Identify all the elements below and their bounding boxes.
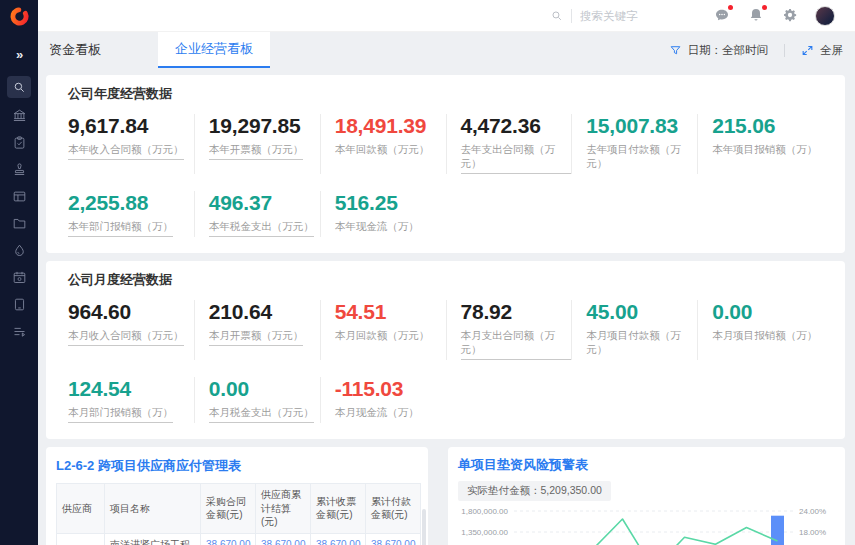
kpi-label[interactable]: 本年部门报销额（万） [68,220,173,237]
svg-text:1,350,000.00: 1,350,000.00 [461,528,508,537]
kpi-label[interactable]: 本月税金支出（万元） [209,406,314,423]
kpi-item: 516.25本年现金流（万） [320,191,446,237]
tabbar: 资金看板企业经营看板 日期：全部时间 全屏 [38,32,855,68]
fullscreen-icon[interactable] [801,44,814,57]
kpi-item: 18,491.39本年回款额（万元） [320,114,446,174]
message-icon[interactable] [714,7,731,24]
kpi-value: 18,491.39 [335,114,446,138]
kpi-item: 215.06本年项目报销额（万） [697,114,823,174]
kpi-item: 45.00本月项目付款额（万元） [571,300,697,360]
kpi-label[interactable]: 本月部门报销额（万） [68,406,173,423]
kpi-item: 210.64本月开票额（万元） [194,300,320,360]
gear-icon[interactable] [782,7,799,24]
svg-text:1,800,000.00: 1,800,000.00 [461,507,508,516]
risk-chart-title: 单项目垫资风险预警表 [458,456,835,474]
tab-fund-board[interactable]: 资金看板 [47,32,103,68]
svg-text:24.00%: 24.00% [799,507,826,516]
actual-advance-badge: 实际垫付金额：5,209,350.00 [458,481,611,501]
kpi-item: -115.03本月现金流（万） [320,377,446,423]
kpi-label[interactable]: 本月收入合同额（万元） [68,329,184,346]
tab-enterprise-board[interactable]: 企业经营看板 [158,32,270,68]
sidebar-nav: » [0,32,38,344]
search-input[interactable] [580,10,672,22]
kpi-value: 215.06 [712,114,823,138]
payable-table-card: L2-6-2 跨项目供应商应付管理表 供应商项目名称采购合同金额(元)供应商累计… [46,447,428,545]
sidebar-item-search[interactable] [0,74,38,99]
amount-cell[interactable]: 38,670.00 [201,533,256,545]
kpi-item: 0.00本月税金支出（万元） [194,377,320,423]
annual-card-title: 公司年度经营数据 [68,85,823,103]
kpi-label: 本月项目报销额（万） [712,329,817,343]
sidebar-item-drop[interactable] [0,238,38,263]
kpi-value: -115.03 [335,377,446,401]
kpi-label[interactable]: 本年收入合同额（万元） [68,143,184,160]
monthly-card-title: 公司月度经营数据 [68,271,823,289]
column-header: 供应商累计结算(元) [256,484,311,534]
kpi-value: 15,007.83 [586,114,697,138]
kpi-value: 19,297.85 [209,114,320,138]
filter-funnel-icon[interactable] [669,44,682,57]
sidebar-item-collapse[interactable]: » [0,40,38,68]
sidebar-item-idcard[interactable] [0,184,38,209]
kpi-item: 78.92本月支出合同额（万元） [446,300,572,360]
kpi-item: 0.00本月项目报销额（万） [697,300,823,360]
sidebar-item-calendar[interactable] [0,265,38,290]
stamp-icon [12,162,27,177]
kpi-label[interactable]: 本年税金支出（万元） [209,220,314,237]
drop-icon [12,243,27,258]
kpi-label: 去年项目付款额（万元） [586,143,697,171]
kpi-item: 496.37本年税金支出（万元） [194,191,320,237]
risk-chart-svg: 1,800,000.0024.00%1,350,000.0018.00%900,… [458,503,835,545]
table-header-row: 供应商项目名称采购合同金额(元)供应商累计结算(元)累计收票金额(元)累计付款金… [57,484,421,534]
column-header: 供应商 [57,484,105,534]
annual-data-card: 公司年度经营数据 9,617.84本年收入合同额（万元）19,297.85本年开… [46,75,845,253]
amount-cell[interactable]: 38,670.00 [366,533,421,545]
bottom-row: L2-6-2 跨项目供应商应付管理表 供应商项目名称采购合同金额(元)供应商累计… [46,447,845,545]
fullscreen-label[interactable]: 全屏 [820,43,843,58]
sidebar-item-chart-list[interactable] [0,319,38,344]
kpi-label[interactable]: 本月支出合同额（万元） [461,329,572,360]
amount-cell[interactable]: 38,670.00 [256,533,311,545]
kpi-label[interactable]: 去年支出合同额（万元） [461,143,572,174]
column-header: 项目名称 [105,484,201,534]
amount-cell[interactable]: 38,670.00 [311,533,366,545]
kpi-label[interactable]: 本年开票额（万元） [209,143,304,160]
project-name-cell: 南洋进贤广场工程 [105,533,201,545]
sidebar-item-bank[interactable] [0,103,38,128]
sidebar-item-clipboard[interactable] [0,130,38,155]
bell-icon[interactable] [748,7,765,24]
table-row: 西安云峰建材有限公司南洋进贤广场工程38,670.0038,670.0038,6… [57,533,421,545]
tabs: 资金看板企业经营看板 [38,32,270,68]
sidebar-item-tablet[interactable] [0,292,38,317]
kpi-label: 本年现金流（万） [335,220,419,234]
column-header: 采购合同金额(元) [201,484,256,534]
kpi-label: 本年回款额（万元） [335,143,430,157]
bank-icon [12,108,27,123]
kpi-item: 964.60本月收入合同额（万元） [68,300,194,360]
kpi-label: 本月项目付款额（万元） [586,329,697,357]
kpi-item: 54.51本月回款额（万元） [320,300,446,360]
topbar [38,0,855,32]
kpi-value: 45.00 [586,300,697,324]
kpi-value: 54.51 [335,300,446,324]
app-logo[interactable] [0,0,38,32]
kpi-value: 4,472.36 [461,114,572,138]
kpi-value: 2,255.88 [68,191,194,215]
kpi-item: 15,007.83去年项目付款额（万元） [571,114,697,174]
kpi-value: 9,617.84 [68,114,194,138]
sidebar-item-folder[interactable] [0,211,38,236]
payable-table: 供应商项目名称采购合同金额(元)供应商累计结算(元)累计收票金额(元)累计付款金… [56,483,421,545]
monthly-data-card: 公司月度经营数据 964.60本月收入合同额（万元）210.64本月开票额（万元… [46,261,845,439]
avatar[interactable] [815,6,835,26]
dashboard-app: » 资金看板企业经营看板 日期：全部时间 全屏 公司年度经营数据 9,617.8… [0,0,855,545]
sidebar-item-stamp[interactable] [0,157,38,182]
kpi-label[interactable]: 本月开票额（万元） [209,329,304,346]
kpi-item: 4,472.36去年支出合同额（万元） [446,114,572,174]
kpi-value: 210.64 [209,300,320,324]
date-filter[interactable]: 日期：全部时间 [688,43,769,58]
kpi-value: 964.60 [68,300,194,324]
kpi-value: 496.37 [209,191,320,215]
table-scrollbar[interactable] [422,509,426,545]
search-icon[interactable] [550,9,563,22]
risk-chart: 1,800,000.0024.00%1,350,000.0018.00%900,… [458,503,835,545]
